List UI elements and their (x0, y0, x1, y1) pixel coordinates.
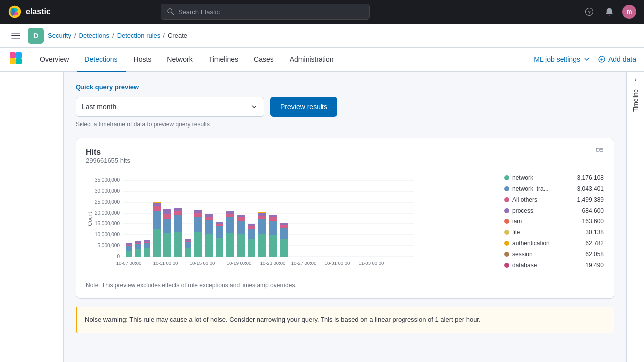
legend-all-others: All others 1,499,389 (504, 196, 604, 203)
main-content: Quick query preview Last month Preview r… (0, 72, 644, 362)
breadcrumb-security[interactable]: Security (48, 32, 71, 39)
hits-title-group: Hits 299661655 hits (86, 148, 130, 172)
notifications-icon[interactable] (602, 5, 616, 19)
ml-settings-button[interactable]: ML job settings (534, 55, 590, 63)
select-hint: Select a timeframe of data to preview qu… (76, 121, 614, 128)
svg-text:0: 0 (117, 254, 120, 259)
svg-rect-97 (269, 235, 277, 257)
svg-text:10-19 00:00: 10-19 00:00 (227, 260, 252, 266)
elastic-logo[interactable]: elastic (8, 5, 51, 19)
add-data-button[interactable]: Add data (598, 55, 636, 63)
svg-text:30,000,000: 30,000,000 (95, 188, 120, 194)
svg-rect-98 (269, 221, 277, 235)
svg-rect-48 (144, 243, 150, 248)
svg-text:5,000,000: 5,000,000 (98, 243, 120, 248)
hamburger-menu[interactable] (8, 28, 24, 44)
svg-rect-51 (153, 229, 161, 257)
svg-rect-10 (11, 38, 20, 39)
svg-rect-76 (216, 238, 223, 257)
global-search[interactable]: Search Elastic (161, 4, 370, 20)
secondary-navigation: Overview Detections Hosts Network Timeli… (0, 48, 644, 72)
svg-rect-68 (194, 232, 202, 257)
svg-rect-18 (596, 148, 599, 151)
svg-line-5 (172, 13, 174, 15)
svg-rect-79 (216, 222, 223, 224)
nav-tabs: Overview Detections Hosts Network Timeli… (32, 48, 534, 71)
svg-text:35,000,000: 35,000,000 (95, 177, 120, 183)
svg-rect-40 (126, 246, 132, 251)
svg-rect-39 (126, 251, 132, 257)
svg-rect-55 (153, 202, 161, 203)
tab-hosts[interactable]: Hosts (126, 48, 160, 72)
svg-rect-95 (258, 213, 266, 216)
hits-card: Hits 299661655 hits 35,000,000 30,000,00… (76, 138, 614, 299)
svg-rect-12 (16, 52, 22, 58)
svg-rect-49 (144, 242, 150, 243)
svg-rect-63 (174, 208, 182, 211)
svg-text:10,000,000: 10,000,000 (95, 232, 120, 237)
legend-network: network 3,176,108 (504, 174, 604, 181)
chart-area: 35,000,000 30,000,000 25,000,000 20,000,… (86, 174, 494, 276)
svg-rect-65 (185, 242, 191, 248)
legend-session: session 62,058 (504, 251, 604, 258)
svg-point-3 (10, 8, 15, 16)
svg-rect-99 (269, 217, 277, 221)
breadcrumb-detections[interactable]: Detections (79, 32, 109, 39)
svg-text:?: ? (588, 9, 591, 15)
svg-rect-42 (126, 243, 132, 245)
search-placeholder: Search Elastic (178, 8, 220, 16)
timeline-toggle[interactable]: ‹ Timeline (632, 75, 639, 112)
top-nav-actions: ? m (582, 5, 636, 19)
select-chevron-icon (251, 103, 258, 110)
expand-icon[interactable] (596, 148, 604, 158)
space-indicator[interactable]: D (28, 28, 44, 44)
tab-overview[interactable]: Overview (32, 48, 77, 72)
quick-query-label: Quick query preview (76, 83, 614, 91)
svg-rect-9 (11, 35, 20, 36)
svg-rect-62 (174, 211, 182, 215)
tab-cases[interactable]: Cases (246, 48, 282, 72)
timeframe-select[interactable]: Last month (76, 97, 264, 117)
svg-text:10-15 00:00: 10-15 00:00 (190, 260, 215, 266)
svg-text:15,000,000: 15,000,000 (95, 221, 120, 226)
tab-timelines[interactable]: Timelines (201, 48, 246, 72)
svg-rect-45 (135, 243, 141, 244)
svg-rect-60 (174, 232, 182, 257)
tab-detections[interactable]: Detections (77, 48, 125, 72)
chart-container: 35,000,000 30,000,000 25,000,000 20,000,… (86, 174, 604, 276)
user-avatar[interactable]: m (622, 5, 636, 19)
svg-text:25,000,000: 25,000,000 (95, 199, 120, 205)
svg-rect-80 (226, 233, 234, 257)
svg-rect-82 (226, 214, 234, 217)
legend-process: process 684,600 (504, 207, 604, 214)
svg-rect-101 (280, 239, 288, 257)
chart-note: Note: This preview excludes effects of r… (86, 282, 604, 289)
svg-rect-52 (153, 211, 161, 229)
help-icon[interactable]: ? (582, 5, 596, 19)
svg-rect-41 (126, 245, 132, 246)
svg-point-4 (168, 9, 172, 13)
svg-rect-87 (237, 215, 245, 217)
hits-count: 299661655 hits (86, 157, 130, 164)
breadcrumb-detection-rules[interactable]: Detection rules (117, 32, 161, 39)
timeline-label: Timeline (632, 89, 639, 112)
svg-rect-46 (135, 241, 141, 243)
svg-rect-102 (280, 228, 288, 239)
plus-icon (598, 56, 605, 63)
preview-results-button[interactable]: Preview results (270, 97, 337, 117)
svg-rect-11 (10, 52, 16, 58)
chevron-down-icon (583, 56, 590, 63)
tab-network[interactable]: Network (159, 48, 200, 72)
svg-rect-70 (194, 213, 202, 217)
svg-text:10-27 00:00: 10-27 00:00 (291, 260, 317, 266)
svg-rect-84 (237, 234, 245, 257)
svg-text:10-11 00:00: 10-11 00:00 (153, 260, 178, 266)
tab-administration[interactable]: Administration (282, 48, 342, 72)
breadcrumb: Security / Detections / Detection rules … (48, 32, 187, 39)
svg-rect-73 (205, 220, 213, 234)
svg-text:Count: Count (87, 212, 93, 226)
legend-file: file 30,138 (504, 229, 604, 236)
elastic-logo-icon (8, 5, 22, 19)
breadcrumb-sep-1: / (74, 32, 76, 39)
svg-rect-100 (269, 215, 277, 217)
